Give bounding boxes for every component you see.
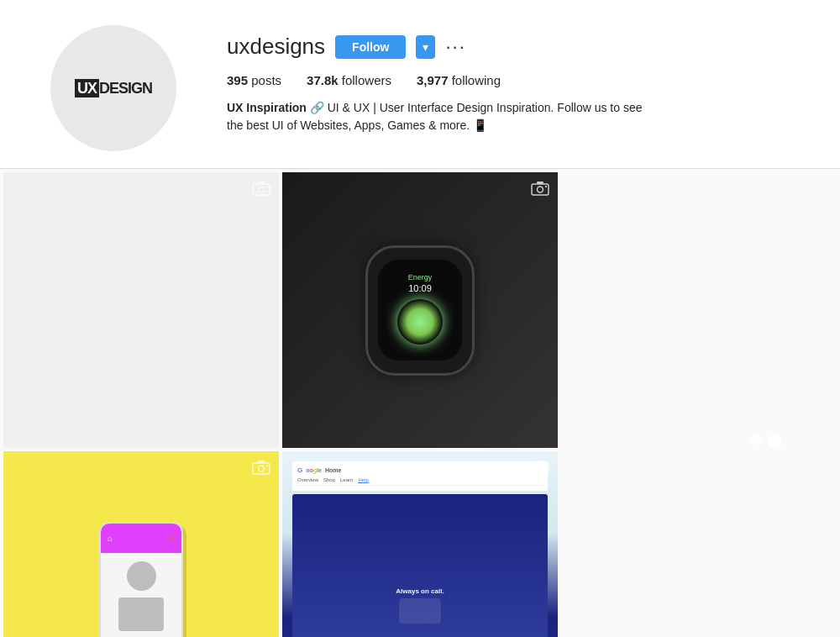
profile-section: UXDESIGN uxdesigns Follow ▾ ··· 395 post… (0, 0, 840, 169)
watch-display: Energy 10:09 (365, 245, 475, 376)
grid-item-4[interactable]: ⌂ ✕ (3, 451, 279, 637)
grid-item-1[interactable] (3, 172, 279, 448)
camera-icon-4 (252, 460, 270, 479)
google-home-hero: Always on call. (292, 494, 548, 637)
stats-row: 395 posts 37.8k followers 3,977 followin… (227, 73, 806, 87)
svg-point-5 (538, 187, 543, 192)
camera-icon-2 (531, 181, 549, 200)
posts-grid: Energy 10:09 (0, 169, 840, 637)
bio-name: UX Inspiration (227, 101, 307, 114)
bio: UX Inspiration 🔗 UI & UX | User Interfac… (227, 99, 647, 134)
grid-row-1: Energy 10:09 (3, 172, 837, 448)
phone-mockup: ⌂ ✕ (99, 522, 183, 637)
phone-close-icon: ✕ (167, 533, 175, 544)
svg-point-12 (259, 466, 265, 471)
svg-rect-15 (532, 463, 549, 474)
svg-rect-14 (266, 465, 268, 466)
grid-item-2[interactable]: Energy 10:09 (282, 172, 558, 448)
phone-avatar (127, 561, 156, 591)
more-options-button[interactable]: ··· (445, 38, 465, 56)
svg-rect-2 (258, 182, 265, 184)
camera-icon (252, 181, 270, 200)
grid-row-2: ⌂ ✕ (3, 451, 837, 637)
phone-content (118, 598, 163, 631)
svg-rect-17 (537, 461, 543, 463)
grid-item-6[interactable] (561, 451, 837, 637)
camera-icon-5 (531, 460, 549, 479)
profile-info: uxdesigns Follow ▾ ··· 395 posts 37.8k f… (227, 25, 806, 134)
posts-stat: 395 posts (227, 73, 281, 87)
svg-rect-7 (545, 186, 547, 187)
avatar-logo: UXDESIGN (75, 80, 152, 97)
username: uxdesigns (227, 34, 325, 60)
svg-rect-0 (253, 184, 270, 195)
svg-rect-18 (545, 465, 547, 466)
username-row: uxdesigns Follow ▾ ··· (227, 34, 806, 60)
google-home-nav: G oogle Home OverviewShopLearnHelp (292, 461, 548, 491)
followers-stat[interactable]: 37.8k followers (307, 73, 391, 87)
svg-point-16 (538, 466, 543, 471)
phone-home-icon: ⌂ (108, 534, 118, 544)
svg-rect-11 (253, 463, 270, 474)
grid-item-5[interactable]: G oogle Home OverviewShopLearnHelp Alway… (282, 451, 558, 637)
follow-button[interactable]: Follow (335, 35, 406, 59)
svg-rect-13 (258, 461, 265, 463)
svg-rect-6 (537, 182, 543, 184)
avatar: UXDESIGN (50, 25, 176, 151)
following-stat[interactable]: 3,977 following (417, 73, 501, 87)
svg-rect-3 (266, 186, 268, 187)
follow-dropdown-button[interactable]: ▾ (416, 35, 435, 59)
svg-rect-4 (532, 184, 549, 195)
grid-item-3[interactable] (561, 172, 837, 448)
svg-point-1 (259, 187, 265, 192)
